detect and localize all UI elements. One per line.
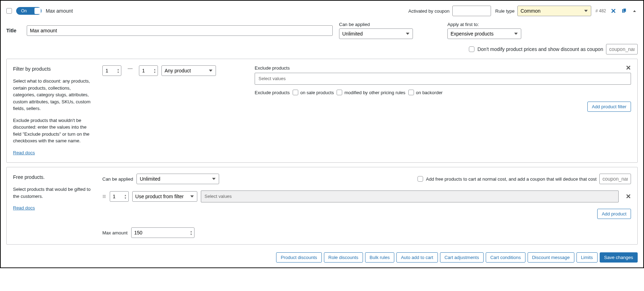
exclude-on-sale-checkbox[interactable] — [293, 90, 298, 95]
exclude-modified-label: modified by other pricing rules — [344, 90, 405, 95]
rule-type-label: Rule type — [495, 8, 515, 14]
limits-button[interactable]: Limits — [576, 252, 598, 263]
coupon-name-input[interactable] — [606, 44, 638, 54]
qty-from-spinner[interactable]: ▲▼ — [116, 66, 121, 75]
free-qty-spinner[interactable]: ▲▼ — [123, 192, 128, 201]
remove-free-product-icon[interactable]: ✕ — [626, 193, 631, 200]
max-amount-spinner[interactable]: ▲▼ — [189, 228, 194, 237]
can-be-applied-label: Can be applied — [339, 22, 413, 27]
exclude-products-heading: Exclude products — [255, 65, 631, 71]
remove-filter-icon[interactable]: ✕ — [626, 64, 631, 72]
apply-first-select[interactable]: Expensive products — [447, 28, 521, 39]
select-rule-checkbox[interactable] — [6, 8, 12, 14]
cart-adjustments-button[interactable]: Cart adjustments — [440, 252, 484, 263]
cart-conditions-button[interactable]: Cart conditions — [486, 252, 525, 263]
rule-title-summary: Max amount — [46, 8, 73, 14]
toggle-knob — [34, 8, 41, 14]
enable-toggle[interactable]: On — [16, 7, 42, 15]
product-filter-type-select[interactable]: Any product — [161, 65, 216, 76]
collapse-icon[interactable] — [631, 8, 638, 14]
add-product-filter-button[interactable]: Add product filter — [587, 102, 631, 112]
free-can-be-applied-select[interactable]: Unlimited — [136, 174, 219, 184]
max-amount-label: Max amount — [102, 230, 128, 235]
toggle-state-label: On — [16, 8, 27, 13]
free-desc: Select products that would be gifted to … — [13, 186, 94, 200]
free-read-docs-link[interactable]: Read docs — [13, 205, 35, 211]
discount-message-button[interactable]: Discount message — [528, 252, 574, 263]
rule-id: # 482 — [595, 8, 606, 13]
free-coupon-name-input[interactable] — [599, 174, 631, 184]
exclude-backorder-checkbox[interactable] — [408, 90, 414, 95]
bulk-rules-button[interactable]: Bulk rules — [365, 252, 394, 263]
filter-desc-1: Select what to discount: any products, c… — [13, 78, 94, 112]
activated-by-coupon-label: Activated by coupon — [408, 8, 449, 14]
exclude-products-label: Exclude products — [255, 90, 290, 95]
filter-read-docs-link[interactable]: Read docs — [13, 150, 35, 155]
free-product-values[interactable]: Select values — [201, 190, 619, 202]
delete-rule-icon[interactable] — [610, 8, 617, 14]
filter-by-products-panel: Filter by products Select what to discou… — [6, 59, 638, 163]
auto-add-to-cart-button[interactable]: Auto add to cart — [396, 252, 438, 263]
drag-handle-icon[interactable]: ≡ — [102, 193, 106, 200]
filter-desc-2: Exclude products that wouldn't be discou… — [13, 117, 94, 144]
title-label: Title — [6, 28, 20, 33]
exclude-products-values[interactable]: Select values — [255, 73, 631, 85]
svg-rect-1 — [623, 8, 626, 12]
show-as-coupon-checkbox[interactable] — [469, 46, 474, 52]
filter-heading: Filter by products — [13, 65, 94, 73]
role-discounts-button[interactable]: Role discounts — [324, 252, 363, 263]
exclude-modified-checkbox[interactable] — [337, 90, 342, 95]
free-coupon-label: Add free products to cart at normal cost… — [426, 176, 597, 182]
free-can-be-applied-label: Can be applied — [102, 176, 133, 182]
add-free-product-button[interactable]: Add product — [597, 209, 631, 219]
free-product-source-select[interactable]: Use product from filter — [132, 191, 197, 202]
show-as-coupon-label: Don't modify product prices and show dis… — [477, 46, 603, 52]
activated-by-coupon-input[interactable] — [452, 6, 491, 16]
free-heading: Free products. — [13, 174, 94, 181]
rule-type-select[interactable]: Common — [517, 6, 591, 16]
qty-dash: — — [125, 65, 135, 71]
title-input[interactable] — [27, 25, 333, 36]
exclude-on-sale-label: on sale products — [300, 90, 334, 95]
free-coupon-checkbox[interactable] — [417, 176, 423, 182]
max-amount-input[interactable] — [131, 227, 195, 238]
apply-first-label: Apply at first to: — [447, 22, 521, 27]
qty-to-spinner[interactable]: ▲▼ — [152, 66, 157, 75]
copy-rule-icon[interactable] — [621, 8, 627, 14]
exclude-backorder-label: on backorder — [416, 90, 443, 95]
can-be-applied-select[interactable]: Unlimited — [339, 28, 413, 39]
product-discounts-button[interactable]: Product discounts — [276, 252, 321, 263]
save-changes-button[interactable]: Save changes — [600, 252, 638, 263]
free-products-panel: Free products. Select products that woul… — [6, 167, 638, 245]
